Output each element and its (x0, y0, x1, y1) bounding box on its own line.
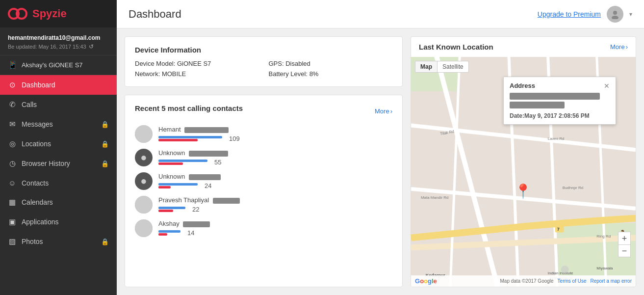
lock-icon: 🔒 (101, 238, 109, 245)
avatar (135, 196, 153, 214)
incoming-bar (158, 186, 171, 188)
sidebar-item-dashboard[interactable]: ⊙ Dashboard (0, 75, 117, 95)
sidebar-item-browser-history[interactable]: ◷ Browser History 🔒 (0, 154, 117, 173)
contact-row: Pravesh Thapliyal 22 (135, 196, 392, 214)
contact-name: Hemant (158, 126, 392, 133)
logo-text: Spyzie (32, 7, 67, 20)
sidebar-item-calls[interactable]: ✆ Calls (0, 95, 117, 114)
incoming-bar (158, 162, 183, 165)
contact-count: 22 (192, 206, 199, 213)
sidebar: Spyzie hemantmendiratta10@gmail.com Be u… (0, 0, 117, 295)
svg-text:Indian Institute: Indian Institute (548, 271, 573, 275)
contact-info: Unknown 55 (158, 149, 392, 166)
sidebar-item-locations[interactable]: ◎ Locations 🔒 (0, 134, 117, 154)
avatar[interactable] (607, 6, 623, 23)
avatar: ● (135, 172, 153, 190)
address-bar-1 (510, 93, 600, 100)
contact-count: 14 (187, 229, 194, 237)
map-attribution: Map data ©2017 Google Terms of Use Repor… (500, 278, 632, 284)
bar-container (158, 136, 222, 141)
battery-label: Battery Level: (269, 70, 308, 78)
popup-title: Address (510, 82, 535, 89)
contact-info: Hemant 109 (158, 126, 392, 142)
device-info-grid: Device Model: GiONEE S7 GPS: Disabled Ne… (135, 60, 392, 78)
map-tab-map[interactable]: Map (415, 61, 438, 72)
more-calls-link[interactable]: More › (375, 107, 392, 115)
device-info-card: Device Information Device Model: GiONEE … (125, 36, 403, 87)
zoom-out-button[interactable]: − (618, 244, 631, 257)
map-tabs: Map Satellite (415, 61, 469, 73)
zoom-in-button[interactable]: + (618, 232, 631, 244)
map-zoom-controls: + − (618, 232, 631, 257)
contact-name: Unknown (158, 173, 392, 180)
svg-point-4 (135, 125, 153, 143)
map-tab-satellite[interactable]: Satellite (438, 61, 468, 72)
user-email: hemantmendiratta10@gmail.com (8, 34, 109, 41)
svg-point-6 (135, 219, 153, 237)
incoming-bar (158, 210, 173, 212)
sidebar-item-label: Calls (22, 101, 37, 108)
network-row: Network: MOBILE (135, 70, 259, 78)
map-title: Last Known Location (419, 43, 493, 51)
sidebar-item-photos[interactable]: ▨ Photos 🔒 (0, 232, 117, 251)
right-column: Last Known Location More › (411, 36, 636, 287)
content-area: Device Information Device Model: GiONEE … (117, 28, 644, 295)
contact-name: Pravesh Thapliyal (158, 196, 392, 204)
chevron-right-icon: › (390, 107, 392, 115)
device-model-row: Device Model: GiONEE S7 (135, 60, 259, 67)
outgoing-bar (158, 207, 185, 209)
svg-text:Budhnpr Rd: Budhnpr Rd (563, 186, 583, 190)
upgrade-link[interactable]: Upgrade to Premium (538, 10, 601, 18)
google-logo: Google (415, 277, 437, 285)
sidebar-item-label: Contacts (22, 179, 49, 187)
contact-count: 24 (205, 182, 211, 189)
contact-row: Akshay 14 (135, 219, 392, 237)
contact-info: Akshay 14 (158, 220, 392, 237)
top-bar-right: Upgrade to Premium ▾ (538, 6, 632, 23)
person-silhouette (135, 219, 153, 237)
svg-point-27 (561, 266, 569, 273)
svg-point-2 (613, 11, 617, 15)
sidebar-item-label: Applications (22, 218, 59, 226)
sidebar-item-label: Locations (22, 140, 51, 148)
contact-count: 109 (229, 135, 240, 142)
sidebar-item-applications[interactable]: ▣ Applications (0, 212, 117, 232)
outgoing-bar (158, 183, 198, 186)
popup-header: Address ✕ (510, 82, 610, 90)
avatar (135, 219, 153, 237)
map-bottom-bar: Google Map data ©2017 Google Terms of Us… (411, 275, 636, 287)
bar-wrap: 22 (158, 206, 392, 213)
device-model-value: GiONEE S7 (177, 60, 211, 67)
map-card: Last Known Location More › (411, 36, 636, 287)
sidebar-item-label: Messages (22, 120, 53, 128)
bar-wrap: 24 (158, 182, 392, 189)
redacted-bar (183, 221, 210, 227)
svg-text:Ring Rd: Ring Rd (596, 234, 611, 239)
sidebar-logo: Spyzie (0, 0, 117, 27)
sidebar-item-messages[interactable]: ✉ Messages 🔒 (0, 114, 117, 134)
sidebar-item-calendars[interactable]: ▦ Calendars (0, 192, 117, 212)
map-popup: Address ✕ Date:May 9, 2017 2:08:56 PM (503, 77, 616, 125)
dashboard-icon: ⊙ (8, 80, 17, 89)
network-value: MOBILE (162, 70, 186, 78)
bar-container (158, 183, 198, 188)
refresh-icon[interactable]: ↺ (89, 43, 94, 50)
sidebar-item-label: Dashboard (22, 81, 55, 89)
sidebar-item-contacts[interactable]: ☺ Contacts (0, 173, 117, 192)
device-selector[interactable]: 📱 Akshay's GiONEE S7 (0, 55, 117, 75)
sidebar-user-info: hemantmendiratta10@gmail.com Be updated:… (0, 27, 117, 55)
chevron-down-icon[interactable]: ▾ (629, 11, 632, 18)
avatar (135, 125, 153, 143)
map-pin: 📍 (515, 183, 532, 199)
outgoing-bar (158, 136, 222, 138)
more-map-link[interactable]: More › (610, 43, 628, 51)
close-icon[interactable]: ✕ (604, 82, 610, 90)
svg-text:Miyawala: Miyawala (596, 266, 613, 270)
left-column: Device Information Device Model: GiONEE … (125, 36, 403, 287)
battery-row: Battery Level: 8% (269, 70, 393, 78)
address-bar-2 (510, 102, 565, 108)
locations-icon: ◎ (8, 139, 17, 148)
map-header: Last Known Location More › (411, 37, 636, 57)
incoming-bar (158, 233, 167, 236)
gps-label: GPS: (269, 60, 284, 67)
